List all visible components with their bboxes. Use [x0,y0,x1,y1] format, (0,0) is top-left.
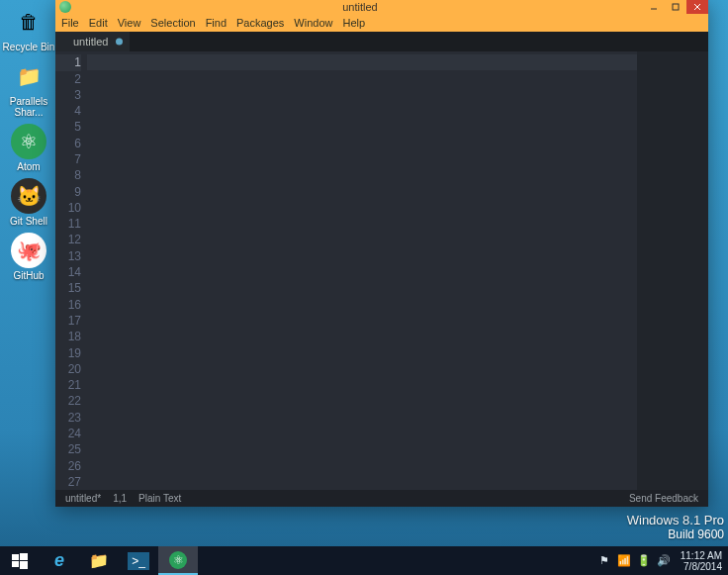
menu-selection[interactable]: Selection [150,17,195,29]
trash-icon: 🗑 [11,4,46,40]
start-button[interactable] [0,546,40,575]
gutter-line-number: 16 [55,297,81,313]
taskbar-atom[interactable]: ⚛ [158,546,198,575]
gutter-line-number: 27 [55,474,81,490]
desktop-icon-git-shell[interactable]: 🐱 Git Shell [2,178,55,227]
status-feedback[interactable]: Send Feedback [629,493,698,504]
desktop: 🗑 Recycle Bin 📁 Parallels Shar... ⚛ Atom… [0,0,728,575]
window-controls [643,0,708,14]
gutter-line-number: 26 [55,458,81,474]
svg-rect-7 [20,561,28,569]
desktop-icon-label: Git Shell [10,216,47,227]
desktop-icon-github[interactable]: 🐙 GitHub [2,233,55,281]
gutter-line-number: 12 [55,232,81,247]
gutter-line-number: 15 [55,280,81,296]
tray-network-icon[interactable]: 📶 [617,554,631,567]
svg-rect-6 [12,561,19,567]
gutter-line-number: 24 [55,426,81,441]
gutter-line-number: 20 [55,361,81,377]
text-editor[interactable] [87,51,637,490]
gutter-line-number: 6 [55,136,81,151]
desktop-icon-label: Parallels Shar... [2,96,55,118]
menu-window[interactable]: Window [294,17,332,29]
maximize-icon [672,3,680,11]
desktop-icon-parallels[interactable]: 📁 Parallels Shar... [2,58,55,118]
atom-app-icon [59,1,71,13]
tray-date: 7/8/2014 [681,561,722,572]
gutter-line-number: 8 [55,167,81,183]
desktop-icon-atom[interactable]: ⚛ Atom [2,124,55,172]
current-line-highlight [87,54,637,70]
desktop-icon-label: Atom [17,161,40,172]
gutter-line-number: 5 [55,119,81,135]
windows-icon [12,553,28,569]
gutter-line-number: 4 [55,103,81,119]
system-tray: ⚑ 📶 🔋 🔊 11:12 AM 7/8/2014 [592,546,728,575]
status-file[interactable]: untitled* [65,493,101,504]
tray-time: 11:12 AM [681,550,722,561]
gutter: 1234567891011121314151617181920212223242… [55,51,87,490]
desktop-icons: 🗑 Recycle Bin 📁 Parallels Shar... ⚛ Atom… [2,4,55,281]
gutter-line-number: 13 [55,248,81,264]
desktop-icon-label: Recycle Bin [3,42,55,52]
gutter-line-number: 11 [55,216,81,232]
maximize-button[interactable] [665,0,686,14]
atom-icon: ⚛ [169,551,187,569]
window-title: untitled [77,1,643,13]
gutter-line-number: 17 [55,313,81,329]
gutter-line-number: 23 [55,410,81,426]
atom-icon: ⚛ [11,124,46,159]
tab-modified-icon [116,38,123,45]
watermark-line1: Windows 8.1 Pro [627,513,724,527]
gutter-line-number: 1 [55,54,81,70]
titlebar[interactable]: untitled [55,0,708,15]
statusbar: untitled* 1,1 Plain Text Send Feedback [55,490,708,507]
menu-packages[interactable]: Packages [236,17,284,29]
gutter-line-number: 19 [55,345,81,361]
editor-area: 1234567891011121314151617181920212223242… [55,51,708,490]
minimize-icon [650,3,658,11]
taskbar-explorer[interactable]: 📁 [79,546,119,575]
tray-clock[interactable]: 11:12 AM 7/8/2014 [681,550,722,572]
status-grammar[interactable]: Plain Text [138,493,181,504]
watermark-line2: Build 9600 [627,527,724,541]
minimap[interactable] [637,51,708,490]
tray-battery-icon[interactable]: 🔋 [637,554,651,567]
tray-volume-icon[interactable]: 🔊 [657,554,671,567]
atom-window: untitled File Edit View Selection Find P… [55,0,708,507]
gutter-line-number: 2 [55,71,81,87]
taskbar-ie[interactable]: e [40,546,79,575]
menu-file[interactable]: File [61,17,79,29]
svg-rect-4 [12,554,19,560]
powershell-icon: >_ [128,552,149,570]
folder-icon: 📁 [89,551,109,570]
svg-rect-1 [673,4,679,10]
desktop-icon-label: GitHub [13,270,44,281]
github-icon: 🐙 [11,233,46,268]
gutter-line-number: 9 [55,184,81,200]
desktop-icon-recycle-bin[interactable]: 🗑 Recycle Bin [2,4,55,52]
tab-label: untitled [73,36,108,48]
windows-watermark: Windows 8.1 Pro Build 9600 [627,513,724,541]
taskbar: e 📁 >_ ⚛ ⚑ 📶 🔋 🔊 11:12 AM 7/8/2014 [0,546,728,575]
gutter-line-number: 21 [55,377,81,393]
gutter-line-number: 22 [55,393,81,409]
minimize-button[interactable] [643,0,665,14]
menu-help[interactable]: Help [342,17,365,29]
folder-icon: 📁 [11,58,46,94]
menu-view[interactable]: View [118,17,141,29]
tab-untitled[interactable]: untitled [55,32,130,52]
close-icon [693,3,701,11]
menu-edit[interactable]: Edit [89,17,108,29]
ie-icon: e [54,550,64,571]
gutter-line-number: 14 [55,264,81,280]
tabbar: untitled [55,32,708,52]
taskbar-powershell[interactable]: >_ [119,546,158,575]
status-cursor-pos[interactable]: 1,1 [113,493,127,504]
gitshell-icon: 🐱 [11,178,46,214]
tray-flag-icon[interactable]: ⚑ [597,554,611,567]
close-button[interactable] [686,0,708,14]
gutter-line-number: 3 [55,87,81,103]
gutter-line-number: 18 [55,329,81,344]
menu-find[interactable]: Find [206,17,227,29]
